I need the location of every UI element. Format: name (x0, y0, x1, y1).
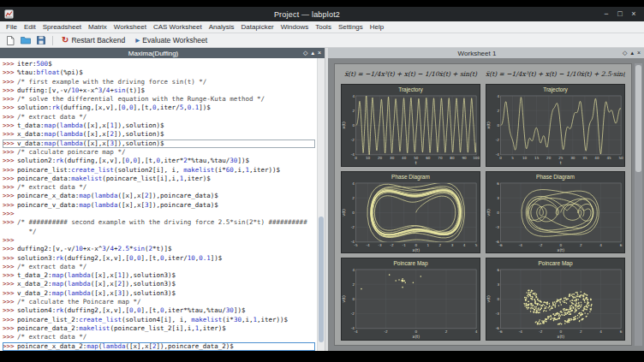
svg-text:-3: -3 (496, 312, 499, 317)
restart-backend-label: Restart Backend (71, 36, 125, 45)
svg-text:2: 2 (580, 330, 582, 335)
plot-phase-diagram-right[interactable]: Phase Diagram -6-4-20246-6-3036x(t)v(t) (486, 171, 625, 254)
console-line: >>>/* extract data */ (3, 113, 315, 122)
plot-phase-diagram-left[interactable]: Phase Diagram -5-4-3-2-1012345-4-2024x(t… (341, 171, 480, 254)
minimize-icon[interactable]: − (600, 8, 612, 21)
plot-canvas: -6-4-20246-6-3036x(t)v(t) (486, 267, 624, 340)
console-line: >>>iter:500$ (3, 60, 315, 68)
svg-text:-6: -6 (496, 327, 499, 331)
svg-text:2: 2 (352, 195, 355, 199)
worksheet-scrollbar[interactable] (635, 63, 642, 346)
svg-text:x(t): x(t) (342, 122, 346, 129)
worksheet-scrollbar-thumb[interactable] (635, 65, 641, 172)
plot-poincare-map-left[interactable]: Poincare Map -4-2024-4-2024x(t)v(t) (341, 258, 480, 341)
console-line: >>>solution2:rk(duffing,[x,v],[0,0],[t,0… (3, 157, 315, 165)
console-line: >>>solution3:rk(duffing2,[x,v],[0,0],[t,… (3, 254, 315, 263)
plot-canvas: 05101520253035404550-4-2024tx(t) (486, 93, 624, 166)
svg-text:x(t): x(t) (413, 334, 420, 339)
evaluate-worksheet-button[interactable]: ▸ Evaluate Worksheet (131, 35, 212, 45)
save-icon[interactable] (34, 34, 48, 47)
worksheet-page[interactable]: ẍ(t) = −1/4x³(t) + x(t) − 1/10ẋ(t) + sin… (334, 63, 632, 346)
plot-canvas: 0102030405060708090100-4-2024tx(t) (342, 93, 480, 166)
new-document-icon[interactable] (3, 34, 17, 47)
plot-canvas: -4-2024-4-2024x(t)v(t) (342, 267, 480, 340)
console-line: >>>v_data:map(lambda([x],x[3]),solution)… (3, 139, 315, 148)
svg-text:10: 10 (522, 156, 528, 160)
svg-text:2: 2 (352, 282, 355, 287)
console-line: >>>t_data_2:map(lambda([x],x[1]),solutio… (3, 271, 315, 280)
console-line: >>>poincare_v_data:map(lambda([x],x[3]),… (3, 201, 315, 210)
svg-text:x(t): x(t) (558, 334, 565, 339)
dock-float-icon[interactable]: ◇ (623, 48, 627, 58)
close-icon[interactable]: × (628, 8, 640, 21)
menu-datapicker[interactable]: Datapicker (238, 23, 277, 31)
plot-trajectory-left[interactable]: Trajectory 0102030405060708090100-4-2024… (341, 84, 480, 167)
svg-text:0: 0 (352, 297, 355, 301)
worksheet-dock-header[interactable]: Worksheet 1 ◇ ▴ × (328, 48, 644, 58)
dock-float-icon[interactable]: ◇ (303, 48, 307, 58)
svg-text:-4: -4 (366, 243, 369, 247)
menu-worksheet[interactable]: Worksheet (110, 23, 150, 31)
svg-text:-2: -2 (385, 330, 388, 335)
svg-text:40: 40 (402, 156, 407, 160)
plot-title: Phase Diagram (486, 172, 624, 181)
svg-text:-4: -4 (351, 240, 355, 244)
svg-text:40: 40 (594, 156, 599, 160)
svg-text:3: 3 (497, 195, 499, 199)
console-line: >>>/* extract data */ (3, 183, 315, 192)
console-line: >>>/* calculate poincare map */ (3, 148, 315, 157)
svg-text:35: 35 (582, 156, 587, 160)
menu-analysis[interactable]: Analysis (206, 23, 238, 31)
titlebar[interactable]: Project — labplot2 − □ × (0, 7, 644, 21)
menu-matrix[interactable]: Matrix (85, 23, 110, 31)
maximize-icon[interactable]: □ (614, 8, 626, 21)
menubar: FileEditSpreadsheetMatrixWorksheetCAS Wo… (0, 21, 644, 33)
svg-text:0: 0 (497, 123, 499, 128)
console-scrollbar[interactable] (317, 58, 325, 351)
menu-edit[interactable]: Edit (21, 23, 39, 31)
svg-text:30: 30 (570, 156, 575, 160)
restart-backend-button[interactable]: ↻ Restart Backend (57, 35, 129, 45)
menu-spreadsheet[interactable]: Spreadsheet (39, 23, 85, 31)
dock-close-icon[interactable]: × (637, 48, 641, 58)
plot-title: Poincare Map (342, 258, 480, 267)
dock-collapse-icon[interactable]: ▴ (311, 48, 314, 58)
svg-text:-4: -4 (351, 152, 355, 157)
console-scrollbar-thumb[interactable] (319, 217, 324, 342)
svg-text:-6: -6 (496, 240, 499, 244)
svg-text:0: 0 (355, 156, 357, 160)
svg-text:-2: -2 (539, 243, 542, 247)
labplot-app-icon (4, 9, 14, 19)
svg-text:2: 2 (439, 243, 442, 247)
equation-title-right: ẍ(t) = −1/4x³(t) + x(t) − 1/10ẋ(t) + 2.5… (486, 68, 625, 80)
maxima-dock-header[interactable]: Maxima(Duffing) ◇ ▴ × (0, 48, 325, 58)
svg-text:2: 2 (580, 243, 582, 247)
svg-text:-4: -4 (519, 330, 522, 335)
svg-text:6: 6 (497, 268, 499, 272)
svg-text:x(t): x(t) (558, 247, 565, 252)
menu-windows[interactable]: Windows (277, 23, 312, 31)
menu-settings[interactable]: Settings (335, 23, 367, 31)
menu-cas-worksheet[interactable]: CAS Worksheet (150, 23, 206, 31)
plot-trajectory-right[interactable]: Trajectory 05101520253035404550-4-2024tx… (486, 84, 625, 167)
svg-text:4: 4 (463, 243, 466, 247)
svg-text:0: 0 (352, 123, 355, 128)
dock-close-icon[interactable]: × (318, 48, 321, 58)
menu-file[interactable]: File (3, 23, 21, 31)
console-line: >>>/* first example with the driving for… (3, 78, 315, 86)
console-line: >>>solution4:rk(duffing2,[x,v],[0,0],[t,… (3, 306, 315, 315)
console-line: >>>/* ########## second example with the… (3, 218, 315, 227)
svg-text:-2: -2 (539, 330, 542, 335)
svg-text:-4: -4 (519, 243, 522, 247)
plot-poincare-map-right[interactable]: Poincare Map -6-4-20246-6-3036x(t)v(t) (486, 258, 625, 341)
svg-text:4: 4 (352, 181, 355, 185)
svg-text:6: 6 (497, 181, 499, 185)
maxima-console[interactable]: >>>iter:500$>>>%tau:bfloat(%pi)$>>>/* fi… (0, 58, 317, 351)
open-folder-icon[interactable] (19, 34, 33, 47)
maxima-dock-title: Maxima(Duffing) (3, 50, 303, 57)
menu-tools[interactable]: Tools (312, 23, 335, 31)
svg-text:20: 20 (546, 156, 552, 160)
menu-help[interactable]: Help (367, 23, 387, 31)
svg-text:70: 70 (438, 156, 443, 160)
dock-collapse-icon[interactable]: ▴ (630, 48, 634, 58)
